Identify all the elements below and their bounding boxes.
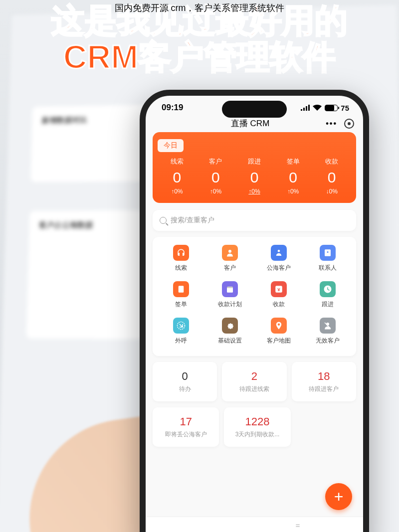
home-icon xyxy=(162,521,174,532)
tab-客户[interactable]: 客户 xyxy=(189,521,232,532)
stat-待跟进客户[interactable]: 18 待跟进客户 xyxy=(292,362,356,401)
today-tag[interactable]: 今日 xyxy=(158,139,184,152)
svg-point-1 xyxy=(278,250,280,252)
metric-label: 签单 xyxy=(287,157,300,166)
svg-point-3 xyxy=(327,251,329,253)
stat-即将丢公海客户[interactable]: 17 即将丢公海客户 xyxy=(153,407,219,447)
person-icon xyxy=(222,245,238,261)
person-cloud-icon xyxy=(271,245,287,261)
metric-label: 线索 xyxy=(171,157,184,166)
report-icon xyxy=(292,521,304,532)
func-线索[interactable]: 线索 xyxy=(157,245,205,281)
battery-icon xyxy=(325,105,338,111)
battery-pct: 75 xyxy=(341,104,349,112)
tab-首页[interactable]: 首页 xyxy=(146,521,189,532)
metric-跟进[interactable]: 跟进 0 ↑0% xyxy=(248,157,261,195)
search-placeholder: 搜索/查重客户 xyxy=(171,216,214,225)
person-icon xyxy=(335,521,347,532)
svg-rect-17 xyxy=(296,524,300,525)
stat-3天内到期收款...[interactable]: 1228 3天内到期收款... xyxy=(224,407,290,447)
svg-rect-4 xyxy=(179,286,184,293)
func-客户[interactable]: 客户 xyxy=(205,245,254,281)
func-外呼[interactable]: 外呼 xyxy=(157,318,205,354)
func-label: 客户 xyxy=(205,264,254,272)
today-summary-card: 今日 线索 0 ↑0%客户 0 ↑0%跟进 0 ↑0%签单 0 ↑0%收款 0 … xyxy=(153,132,356,203)
metric-value: 0 xyxy=(248,169,261,186)
func-无效客户[interactable]: 无效客户 xyxy=(303,318,352,354)
func-label: 收款 xyxy=(254,300,303,309)
func-收款计划[interactable]: 收款计划 xyxy=(205,281,254,318)
app-title: 直播 CRM xyxy=(175,118,326,129)
invalid-icon xyxy=(320,318,336,334)
search-icon xyxy=(160,217,167,224)
tab-报表[interactable]: 报表 xyxy=(276,521,320,532)
func-label: 收款计划 xyxy=(205,300,254,309)
stat-value: 17 xyxy=(156,415,216,428)
metric-trend: ↑0% xyxy=(287,188,300,195)
calendar-icon xyxy=(222,281,238,297)
svg-text:¥: ¥ xyxy=(277,287,280,292)
add-button[interactable]: + xyxy=(325,483,352,510)
dashboard-icon xyxy=(248,521,260,532)
close-miniprogram-icon[interactable] xyxy=(344,119,354,129)
followup-icon xyxy=(320,281,336,297)
func-联系人[interactable]: 联系人 xyxy=(303,245,352,281)
headset-icon xyxy=(173,245,189,261)
stat-待跟进线索[interactable]: 2 待跟进线索 xyxy=(222,362,286,401)
metric-label: 跟进 xyxy=(248,157,261,166)
function-grid: 线索 客户 公海客户 联系人 签单 收款计划¥ 收款 跟进 外呼 基础设置 客户… xyxy=(153,237,356,356)
stat-value: 0 xyxy=(156,370,214,383)
func-签单[interactable]: 签单 xyxy=(157,281,205,318)
svg-rect-12 xyxy=(207,523,210,526)
tab-我的[interactable]: 我的 xyxy=(320,521,363,532)
func-收款[interactable]: ¥ 收款 xyxy=(254,281,303,318)
func-label: 基础设置 xyxy=(205,337,254,345)
phone-out-icon xyxy=(173,318,189,334)
func-公海客户[interactable]: 公海客户 xyxy=(254,245,303,281)
func-label: 客户地图 xyxy=(254,337,303,345)
contact-icon xyxy=(320,245,336,261)
metric-trend: ↓0% xyxy=(325,188,338,195)
metric-线索[interactable]: 线索 0 ↑0% xyxy=(171,157,184,195)
signal-icon xyxy=(301,105,310,111)
stat-value: 18 xyxy=(295,370,353,383)
metric-签单[interactable]: 签单 0 ↑0% xyxy=(287,157,300,195)
func-基础设置[interactable]: 基础设置 xyxy=(205,318,254,354)
func-label: 外呼 xyxy=(157,337,205,345)
page-caption: 国内免费开源 crm，客户关系管理系统软件 xyxy=(115,2,285,14)
tab-仪表盘[interactable]: 仪表盘 xyxy=(232,521,276,532)
tab-bar: 首页 客户 仪表盘 报表 我的 xyxy=(146,517,363,532)
stat-label: 待跟进客户 xyxy=(295,385,353,393)
more-icon[interactable]: ••• xyxy=(326,119,337,128)
yuan-icon: ¥ xyxy=(271,281,287,297)
stat-待办[interactable]: 0 待办 xyxy=(153,362,217,401)
stat-label: 待跟进线索 xyxy=(225,385,283,393)
phone-notch xyxy=(222,101,287,118)
metric-label: 客户 xyxy=(209,157,222,166)
svg-rect-13 xyxy=(211,523,215,526)
func-跟进[interactable]: 跟进 xyxy=(303,281,352,318)
metric-label: 收款 xyxy=(325,157,338,166)
func-label: 联系人 xyxy=(303,264,352,272)
search-input[interactable]: 搜索/查重客户 xyxy=(153,210,356,231)
func-label: 公海客户 xyxy=(254,264,303,272)
gear-icon xyxy=(222,318,238,334)
location-icon xyxy=(271,318,287,334)
metric-收款[interactable]: 收款 0 ↓0% xyxy=(325,157,338,195)
metric-value: 0 xyxy=(287,169,300,186)
metric-trend: ↑0% xyxy=(209,188,222,195)
metric-trend: ↑0% xyxy=(248,188,261,195)
metric-value: 0 xyxy=(209,169,222,186)
svg-rect-6 xyxy=(227,287,233,288)
metric-客户[interactable]: 客户 0 ↑0% xyxy=(209,157,222,195)
metric-trend: ↑0% xyxy=(171,188,184,195)
func-label: 线索 xyxy=(157,264,205,272)
func-客户地图[interactable]: 客户地图 xyxy=(254,318,303,354)
stat-label: 即将丢公海客户 xyxy=(156,430,216,439)
status-time: 09:19 xyxy=(162,103,183,113)
phone-frame: 09:19 75 直播 CRM ••• 今日 线索 0 ↑0%客户 0 ↑0%跟… xyxy=(140,90,369,532)
grid-icon xyxy=(205,521,217,532)
svg-point-0 xyxy=(228,250,231,253)
func-label: 签单 xyxy=(157,300,205,309)
svg-rect-15 xyxy=(211,527,215,531)
